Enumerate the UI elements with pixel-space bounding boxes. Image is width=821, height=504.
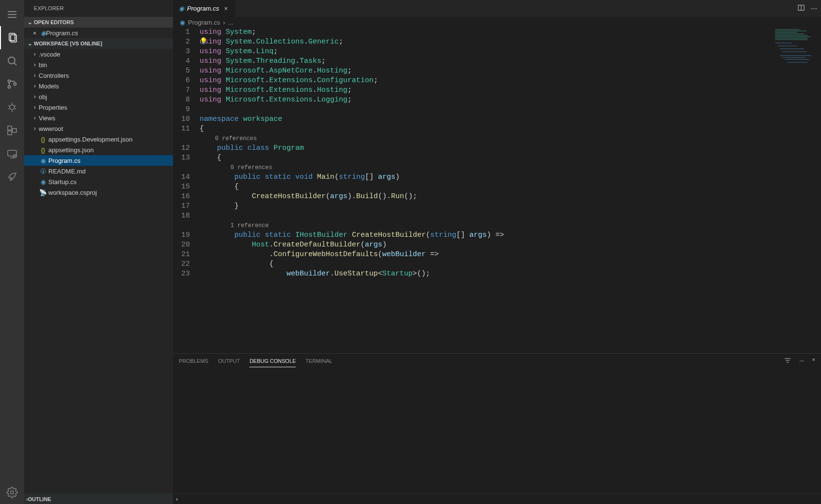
json-file-icon: {}: [39, 146, 47, 154]
chevron-right-icon[interactable]: ›: [176, 495, 185, 503]
svg-rect-17: [8, 126, 12, 130]
close-icon[interactable]: ×: [812, 357, 815, 365]
file-tree: ›.vscode›bin›Controllers›Models›obj›Prop…: [24, 49, 173, 493]
chevron-right-icon: ›: [31, 104, 39, 111]
extensions-icon[interactable]: [0, 119, 24, 142]
outline-header[interactable]: › OUTLINE: [24, 493, 173, 504]
folder-obj[interactable]: ›obj: [24, 91, 173, 102]
csharp-file-icon: ◉: [180, 19, 185, 26]
svg-rect-18: [8, 131, 12, 135]
source-control-icon[interactable]: [0, 72, 24, 96]
chevron-up-icon[interactable]: ︿: [799, 357, 805, 365]
sidebar-title: EXPLORER: [24, 0, 173, 17]
folder-bin[interactable]: ›bin: [24, 59, 173, 70]
cs-file-icon: ◉: [39, 178, 47, 186]
remote-icon[interactable]: [0, 142, 24, 165]
folder-Controllers[interactable]: ›Controllers: [24, 70, 173, 81]
chevron-right-icon: ›: [31, 72, 39, 79]
open-editor-item[interactable]: × ◉ Program.cs: [24, 28, 173, 38]
line-number-gutter: 1234567891011121314151617181920212223: [173, 28, 200, 279]
liveshare-icon[interactable]: [0, 165, 24, 188]
svg-rect-19: [13, 129, 16, 132]
svg-point-8: [8, 86, 11, 88]
svg-line-6: [14, 63, 16, 65]
panel-tab-debug-console[interactable]: DEBUG CONSOLE: [249, 355, 296, 367]
file-appsettings.Development.json[interactable]: {}appsettings.Development.json: [24, 134, 173, 144]
cs-file-icon: ◉: [39, 157, 47, 164]
svg-point-7: [8, 80, 11, 83]
folder-.vscode[interactable]: ›.vscode: [24, 49, 173, 59]
svg-line-13: [14, 105, 16, 106]
svg-point-10: [10, 105, 14, 110]
panel-tab-terminal[interactable]: TERMINAL: [305, 355, 332, 367]
svg-line-15: [14, 108, 16, 109]
xml-file-icon: 📡: [39, 189, 47, 196]
folder-wwwroot[interactable]: ›wwwroot: [24, 123, 173, 134]
file-README.md[interactable]: 🛈README.md: [24, 166, 173, 176]
chevron-right-icon: ›: [31, 83, 39, 89]
breadcrumbs[interactable]: ◉ Program.cs › ...: [173, 17, 821, 28]
csharp-file-icon: ◉: [41, 29, 46, 37]
chevron-down-icon: ⌄: [26, 40, 34, 47]
minimap[interactable]: [773, 28, 821, 76]
code-editor[interactable]: 💡 1234567891011121314151617181920212223 …: [173, 28, 821, 353]
file-Startup.cs[interactable]: ◉Startup.cs: [24, 176, 173, 187]
folder-Properties[interactable]: ›Properties: [24, 102, 173, 113]
svg-line-14: [8, 108, 10, 109]
explorer-sidebar: EXPLORER ⌄ OPEN EDITORS × ◉ Program.cs ⌄…: [24, 0, 173, 504]
close-icon[interactable]: ×: [33, 29, 41, 37]
filter-icon[interactable]: [784, 357, 792, 365]
panel-tab-problems[interactable]: PROBLEMS: [179, 355, 208, 367]
editor-tabs: ◉ Program.cs × ⋯: [173, 0, 821, 17]
svg-line-12: [8, 105, 10, 106]
folder-Views[interactable]: ›Views: [24, 113, 173, 123]
json-file-icon: {}: [39, 136, 47, 143]
workspace-header[interactable]: ⌄ WORKSPACE [VS ONLINE]: [24, 38, 173, 49]
chevron-right-icon: ›: [31, 61, 39, 68]
chevron-right-icon: ›: [31, 93, 39, 100]
chevron-right-icon: ›: [31, 125, 39, 132]
open-editors-header[interactable]: ⌄ OPEN EDITORS: [24, 17, 173, 28]
split-editor-icon[interactable]: [797, 4, 805, 13]
svg-point-24: [11, 491, 14, 494]
panel-content[interactable]: [173, 368, 821, 493]
bottom-panel: PROBLEMSOUTPUTDEBUG CONSOLETERMINAL ︿ ×: [173, 353, 821, 493]
status-bar: ›: [173, 493, 821, 504]
file-appsettings.json[interactable]: {}appsettings.json: [24, 144, 173, 155]
md-file-icon: 🛈: [39, 168, 47, 175]
chevron-right-icon: ›: [31, 115, 39, 121]
settings-gear-icon[interactable]: [0, 481, 24, 504]
close-icon[interactable]: ×: [222, 5, 230, 12]
chevron-right-icon: ›: [31, 51, 39, 58]
debug-icon[interactable]: [0, 96, 24, 119]
lightbulb-icon[interactable]: 💡: [200, 37, 207, 44]
explorer-icon[interactable]: [0, 26, 24, 49]
menu-icon[interactable]: [0, 3, 24, 26]
chevron-down-icon: ⌄: [26, 19, 34, 26]
code-content[interactable]: using System;using System.Collections.Ge…: [200, 28, 821, 279]
csharp-file-icon: ◉: [179, 5, 184, 12]
more-icon[interactable]: ⋯: [811, 5, 817, 12]
activity-bar: [0, 0, 24, 504]
svg-rect-20: [8, 150, 16, 156]
svg-point-9: [14, 83, 16, 86]
panel-tabs: PROBLEMSOUTPUTDEBUG CONSOLETERMINAL ︿ ×: [173, 354, 821, 368]
file-workspace.csproj[interactable]: 📡workspace.csproj: [24, 187, 173, 198]
panel-tab-output[interactable]: OUTPUT: [218, 355, 240, 367]
folder-Models[interactable]: ›Models: [24, 81, 173, 91]
svg-point-5: [8, 57, 15, 64]
tab-program-cs[interactable]: ◉ Program.cs ×: [173, 0, 236, 17]
file-Program.cs[interactable]: ◉Program.cs: [24, 155, 173, 166]
svg-point-23: [10, 177, 12, 179]
search-icon[interactable]: [0, 49, 24, 72]
